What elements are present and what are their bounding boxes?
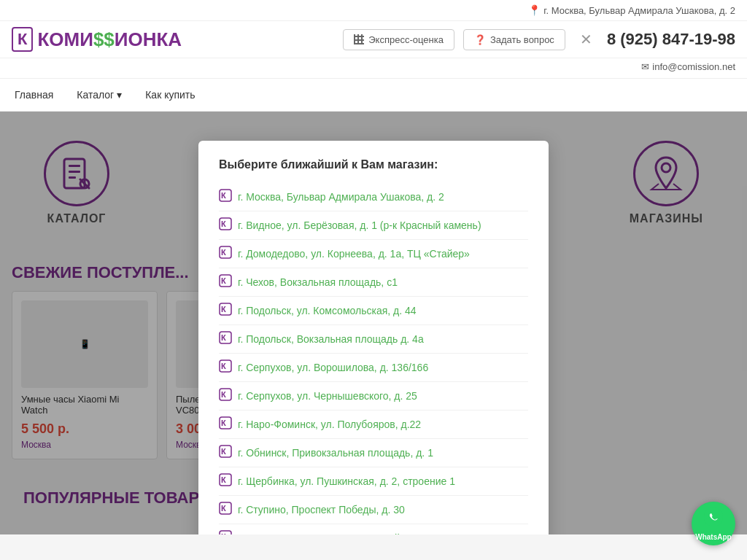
- store-item-5[interactable]: К г. Подольск, Вокзальная площадь д. 4а: [219, 325, 528, 354]
- svg-text:К: К: [221, 447, 226, 456]
- svg-text:К: К: [221, 419, 226, 427]
- store-location-icon-5: К: [219, 331, 232, 347]
- store-item-6[interactable]: К г. Серпухов, ул. Ворошилова, д. 136/16…: [219, 354, 528, 382]
- store-location-icon-8: К: [219, 416, 232, 432]
- top-bar: 📍 г. Москва, Бульвар Адмирала Ушакова, д…: [0, 0, 747, 21]
- store-name-5[interactable]: г. Подольск, Вокзальная площадь д. 4а: [238, 333, 424, 345]
- store-selection-modal: Выберите ближайший к Вам магазин: К г. М…: [198, 141, 549, 534]
- header-actions: Экспресс-оценка ❓ Задать вопрос ✕ 8 (925…: [343, 28, 735, 51]
- store-name-3[interactable]: г. Чехов, Вокзальная площадь, с1: [238, 276, 398, 288]
- svg-text:К: К: [221, 305, 226, 314]
- express-eval-label: Экспресс-оценка: [368, 34, 444, 45]
- store-name-6[interactable]: г. Серпухов, ул. Ворошилова, д. 136/166: [238, 362, 428, 373]
- store-location-icon-10: К: [219, 473, 232, 489]
- logo-k: К: [12, 27, 33, 52]
- store-item-11[interactable]: К г. Ступино, Проспект Победы, д. 30: [219, 496, 528, 524]
- store-item-8[interactable]: К г. Наро-Фоминск, ул. Полубояров, д.22: [219, 411, 528, 439]
- grid-icon: [354, 34, 364, 44]
- svg-point-32: [704, 508, 723, 526]
- store-location-icon-9: К: [219, 445, 232, 461]
- top-bar-location-text: г. Москва, Бульвар Адмирала Ушакова, д. …: [543, 5, 735, 16]
- phone-number: 8 (925) 847-19-98: [607, 30, 735, 49]
- store-item-1[interactable]: К г. Видное, ул. Берёзовая, д. 1 (р-к Кр…: [219, 211, 528, 240]
- main-content: КАТАЛОГ МАГАЗИНЫ СВЕЖИЕ ПОСТУПЛЕ... 📱 Ум…: [0, 112, 747, 534]
- nav-catalog[interactable]: Каталог ▾: [74, 79, 125, 111]
- store-location-icon-2: К: [219, 246, 232, 262]
- store-name-0[interactable]: г. Москва, Бульвар Адмирала Ушакова, д. …: [238, 191, 444, 203]
- store-list: К г. Москва, Бульвар Адмирала Ушакова, д…: [219, 183, 528, 534]
- logo-text: КОМИ$$ИОНКА: [37, 28, 182, 51]
- store-location-icon-6: К: [219, 359, 232, 376]
- close-button[interactable]: ✕: [574, 28, 598, 51]
- ask-question-button[interactable]: ❓ Задать вопрос: [463, 29, 565, 50]
- svg-text:К: К: [221, 532, 226, 534]
- store-name-7[interactable]: г. Серпухов, ул. Чернышевского, д. 25: [238, 390, 417, 402]
- store-location-icon-4: К: [219, 303, 232, 319]
- svg-text:К: К: [221, 475, 226, 484]
- store-name-2[interactable]: г. Домодедово, ул. Корнеева, д. 1а, ТЦ «…: [238, 248, 470, 260]
- nav-home[interactable]: Главная: [12, 79, 56, 111]
- nav-catalog-label: Каталог: [77, 89, 114, 101]
- whatsapp-label: WhatsApp: [695, 533, 731, 535]
- store-name-9[interactable]: г. Обнинск, Привокзальная площадь, д. 1: [238, 447, 433, 459]
- svg-text:К: К: [221, 362, 226, 370]
- header: К КОМИ$$ИОНКА Экспресс-оценка ❓ Задать в…: [0, 21, 747, 58]
- store-item-4[interactable]: К г. Подольск, ул. Комсомольская, д. 44: [219, 297, 528, 325]
- store-name-4[interactable]: г. Подольск, ул. Комсомольская, д. 44: [238, 305, 417, 316]
- store-item-3[interactable]: К г. Чехов, Вокзальная площадь, с1: [219, 268, 528, 297]
- svg-text:К: К: [221, 191, 226, 200]
- store-location-icon-11: К: [219, 502, 232, 518]
- modal-title: Выберите ближайший к Вам магазин:: [219, 158, 528, 171]
- main-nav: Главная Каталог ▾ Как купить: [0, 79, 747, 112]
- nav-how-to-buy[interactable]: Как купить: [142, 79, 198, 111]
- question-icon: ❓: [474, 34, 486, 45]
- store-name-10[interactable]: г. Щербинка, ул. Пушкинская, д. 2, строе…: [238, 475, 455, 487]
- store-item-9[interactable]: К г. Обнинск, Привокзальная площадь, д. …: [219, 439, 528, 467]
- svg-text:К: К: [221, 333, 226, 342]
- whatsapp-icon: [703, 507, 724, 532]
- email-display: ✉ info@comission.net: [641, 61, 735, 72]
- store-name-11[interactable]: г. Ступино, Проспект Победы, д. 30: [238, 504, 405, 516]
- store-name-8[interactable]: г. Наро-Фоминск, ул. Полубояров, д.22: [238, 419, 421, 430]
- email-icon: ✉: [641, 61, 649, 72]
- store-location-icon-0: К: [219, 189, 232, 205]
- logo: К КОМИ$$ИОНКА: [12, 27, 182, 52]
- store-item-0[interactable]: К г. Москва, Бульвар Адмирала Ушакова, д…: [219, 183, 528, 211]
- top-bar-location: 📍 г. Москва, Бульвар Адмирала Ушакова, д…: [528, 4, 735, 16]
- store-item-12[interactable]: К г. Красногорск, Железнодорожный переул…: [219, 524, 528, 534]
- store-name-1[interactable]: г. Видное, ул. Берёзовая, д. 1 (р-к Крас…: [238, 219, 481, 231]
- nav-how-label: Как купить: [145, 89, 195, 101]
- svg-text:К: К: [221, 390, 226, 399]
- store-location-icon-1: К: [219, 217, 232, 233]
- chevron-down-icon: ▾: [117, 89, 122, 101]
- store-item-2[interactable]: К г. Домодедово, ул. Корнеева, д. 1а, ТЦ…: [219, 240, 528, 268]
- email-text: info@comission.net: [652, 61, 735, 72]
- svg-text:К: К: [221, 276, 226, 285]
- location-pin-icon: 📍: [528, 4, 541, 16]
- svg-text:К: К: [221, 248, 226, 257]
- store-name-12[interactable]: г. Красногорск, Железнодорожный переулок…: [238, 532, 458, 534]
- store-location-icon-12: К: [219, 530, 232, 534]
- store-location-icon-3: К: [219, 274, 232, 290]
- store-item-10[interactable]: К г. Щербинка, ул. Пушкинская, д. 2, стр…: [219, 467, 528, 496]
- ask-question-label: Задать вопрос: [490, 34, 554, 45]
- store-location-icon-7: К: [219, 388, 232, 404]
- store-item-7[interactable]: К г. Серпухов, ул. Чернышевского, д. 25: [219, 382, 528, 411]
- email-row: ✉ info@comission.net: [0, 58, 747, 79]
- svg-text:К: К: [221, 504, 226, 513]
- express-eval-button[interactable]: Экспресс-оценка: [343, 29, 454, 50]
- svg-text:К: К: [221, 219, 226, 228]
